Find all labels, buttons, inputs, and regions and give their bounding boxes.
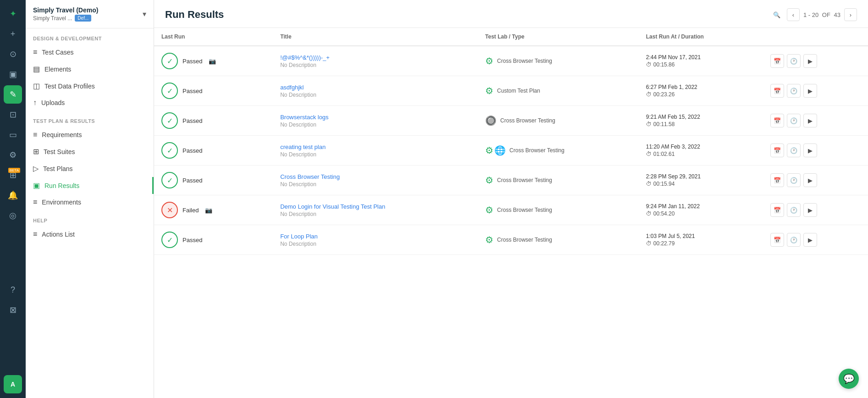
run-desc: No Description xyxy=(280,241,470,247)
clock-button[interactable]: 🕐 xyxy=(787,114,801,127)
dashboard-icon[interactable]: ⊙ xyxy=(4,45,22,63)
monitor-icon[interactable]: ▣ xyxy=(4,65,22,83)
sidebar-item-test-plans[interactable]: ▷ Test Plans xyxy=(26,160,154,177)
run-title[interactable]: Browserstack logs xyxy=(280,114,470,121)
page-range: 1 - 20 OF 43 xyxy=(803,11,840,18)
camera-icon[interactable]: 📷 xyxy=(205,207,212,214)
environments-icon: ≡ xyxy=(33,198,37,206)
uploads-icon: ↑ xyxy=(33,99,37,107)
sidebar-item-requirements[interactable]: ≡ Requirements xyxy=(26,127,154,143)
main-header: Run Results 🔍 ‹ 1 - 20 OF 43 › xyxy=(154,0,868,28)
gift-icon[interactable]: ⊠ xyxy=(4,301,22,319)
sidebar-item-run-results[interactable]: ▣ Run Results xyxy=(26,177,154,194)
gear-icon: ⚙ xyxy=(485,55,493,66)
play-button[interactable]: ▶ xyxy=(803,173,817,187)
bell-icon[interactable]: 🔔 xyxy=(4,186,22,205)
status-cell: ✓Passed xyxy=(154,106,273,136)
clock-button[interactable]: 🕐 xyxy=(787,233,801,247)
run-duration: ⏱00:23.26 xyxy=(646,91,756,98)
play-button[interactable]: ▶ xyxy=(803,84,817,98)
lab-name: Custom Test Plan xyxy=(497,88,540,94)
section-design-label: DESIGN & DEVELOPMENT xyxy=(26,28,154,44)
play-button[interactable]: ▶ xyxy=(803,203,817,217)
sidebar-item-test-data-profiles[interactable]: ◫ Test Data Profiles xyxy=(26,77,154,94)
section-help-label: HELP xyxy=(26,210,154,226)
calendar-button[interactable]: 📅 xyxy=(770,54,784,68)
status-cell: ✓Passed xyxy=(154,136,273,166)
desktop-icon[interactable]: ▭ xyxy=(4,126,22,144)
sidebar-item-test-suites[interactable]: ⊞ Test Suites xyxy=(26,143,154,160)
avatar-icon[interactable]: A xyxy=(4,375,22,393)
lab-cell: ⚙Cross Browser Testing xyxy=(478,195,639,225)
play-button[interactable]: ▶ xyxy=(803,54,817,68)
play-button[interactable]: ▶ xyxy=(803,144,817,157)
plus-icon[interactable]: + xyxy=(4,25,22,43)
col-title: Title xyxy=(273,28,478,46)
table-row: ✓PassedBrowserstack logsNo Description🔘C… xyxy=(154,106,868,136)
sidebar-item-test-cases[interactable]: ≡ Test Cases xyxy=(26,44,154,61)
run-title[interactable]: Demo Login for Visual Testing Test Plan xyxy=(280,203,470,210)
run-time: 6:27 PM Feb 1, 2022 xyxy=(646,84,756,90)
run-title[interactable]: asdfghjkl xyxy=(280,84,470,91)
edit-icon[interactable]: ✎ xyxy=(4,85,22,104)
sidebar: Simply Travel (Demo) Simply Travel ... D… xyxy=(26,0,154,398)
clock-button[interactable]: 🕐 xyxy=(787,144,801,157)
run-desc: No Description xyxy=(280,122,470,128)
calendar-button[interactable]: 📅 xyxy=(770,203,784,217)
settings-icon[interactable]: ⚙ xyxy=(4,146,22,164)
clock-button[interactable]: 🕐 xyxy=(787,173,801,187)
test-plans-icon: ▷ xyxy=(33,164,39,173)
gear-icon: ⚙ xyxy=(485,234,493,245)
search-button[interactable]: 🔍 xyxy=(770,8,783,21)
sidebar-item-actions-list[interactable]: ≡ Actions List xyxy=(26,226,154,243)
run-title[interactable]: Cross Browser Testing xyxy=(280,173,470,180)
run-time: 2:44 PM Nov 17, 2021 xyxy=(646,54,756,61)
title-cell: creating test planNo Description xyxy=(273,136,478,166)
briefcase-icon[interactable]: ⊡ xyxy=(4,105,22,124)
play-button[interactable]: ▶ xyxy=(803,114,817,127)
calendar-button[interactable]: 📅 xyxy=(770,114,784,127)
status-circle-icon: ✓ xyxy=(161,142,178,159)
clock-button[interactable]: 🕐 xyxy=(787,84,801,98)
run-title[interactable]: creating test plan xyxy=(280,144,470,150)
run-desc: No Description xyxy=(280,62,470,68)
requirements-icon: ≡ xyxy=(33,131,37,139)
run-duration: ⏱00:22.79 xyxy=(646,240,756,247)
logo-icon[interactable]: ✦ xyxy=(4,5,22,23)
run-time: 9:21 AM Feb 15, 2022 xyxy=(646,114,756,120)
sidebar-item-elements[interactable]: ▤ Elements xyxy=(26,61,154,77)
chat-button[interactable]: 💬 xyxy=(839,369,859,389)
clock-button[interactable]: 🕐 xyxy=(787,54,801,68)
camera-icon[interactable]: 📷 xyxy=(209,58,216,65)
play-button[interactable]: ▶ xyxy=(803,233,817,247)
prev-page-button[interactable]: ‹ xyxy=(787,8,800,21)
puzzle-icon[interactable]: ⊞BETA xyxy=(4,166,22,184)
status-circle-icon: ✓ xyxy=(161,83,178,99)
status-label: Passed xyxy=(182,237,202,243)
help-icon[interactable]: ? xyxy=(4,281,22,299)
clock-button[interactable]: 🕐 xyxy=(787,203,801,217)
browserstack-icon: 🔘 xyxy=(485,115,497,126)
col-last-run: Last Run xyxy=(154,28,273,46)
run-title[interactable]: !@#$%^&*()))))-_+ xyxy=(280,54,470,61)
chevron-down-icon[interactable]: ▾ xyxy=(143,10,146,18)
time-cell: 9:24 PM Jan 11, 2022⏱00:54.20 xyxy=(639,195,763,225)
results-table-container: Last Run Title Test Lab / Type Last Run … xyxy=(154,28,868,398)
app-name: Simply Travel (Demo) xyxy=(33,6,98,14)
run-results-icon: ▣ xyxy=(33,181,40,190)
col-actions xyxy=(763,28,868,46)
calendar-button[interactable]: 📅 xyxy=(770,144,784,157)
sidebar-label-elements: Elements xyxy=(44,66,71,73)
run-title[interactable]: For Loop Plan xyxy=(280,233,470,240)
sidebar-item-environments[interactable]: ≡ Environments xyxy=(26,194,154,210)
calendar-button[interactable]: 📅 xyxy=(770,233,784,247)
calendar-button[interactable]: 📅 xyxy=(770,84,784,98)
row-actions-cell: 📅 🕐 ▶ xyxy=(763,76,868,106)
next-page-button[interactable]: › xyxy=(844,8,857,21)
title-cell: Browserstack logsNo Description xyxy=(273,106,478,136)
chart-icon[interactable]: ◎ xyxy=(4,206,22,225)
calendar-button[interactable]: 📅 xyxy=(770,173,784,187)
run-desc: No Description xyxy=(280,151,470,158)
sidebar-item-uploads[interactable]: ↑ Uploads xyxy=(26,94,154,111)
sidebar-label-environments: Environments xyxy=(42,199,81,206)
